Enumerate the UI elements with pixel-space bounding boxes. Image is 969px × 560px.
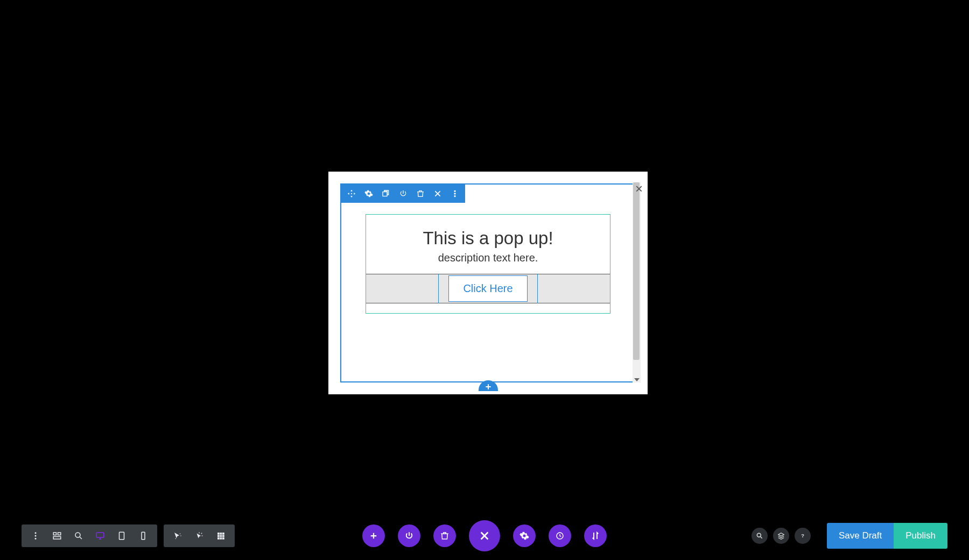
- tablet-view-icon[interactable]: [111, 527, 132, 545]
- svg-point-26: [757, 533, 761, 537]
- bottom-bar-center: [362, 520, 607, 551]
- svg-rect-16: [217, 533, 220, 535]
- row-outline[interactable]: This is a pop up! description text here.…: [366, 214, 610, 314]
- more-vertical-icon[interactable]: [450, 189, 460, 199]
- more-vertical-icon[interactable]: [25, 527, 46, 545]
- svg-rect-12: [142, 532, 145, 540]
- button-module[interactable]: Click Here: [366, 274, 610, 303]
- svg-point-5: [35, 538, 37, 540]
- gear-icon[interactable]: [364, 189, 374, 199]
- section-toolbar: [341, 185, 465, 203]
- popup-heading[interactable]: This is a pop up!: [366, 228, 610, 249]
- save-draft-button[interactable]: Save Draft: [827, 523, 894, 549]
- popup-scrollbar[interactable]: [633, 182, 641, 382]
- svg-rect-17: [220, 533, 222, 535]
- grid-tool-icon[interactable]: [210, 527, 231, 545]
- svg-point-9: [75, 533, 80, 537]
- svg-rect-11: [120, 532, 124, 540]
- svg-rect-21: [222, 535, 224, 537]
- trash-icon[interactable]: [416, 189, 425, 199]
- add-button[interactable]: [362, 524, 385, 547]
- popup-close-button[interactable]: ×: [635, 181, 643, 196]
- svg-point-0: [454, 190, 456, 192]
- trash-button[interactable]: [433, 524, 456, 547]
- popup-window: This is a pop up! description text here.…: [328, 172, 648, 394]
- svg-rect-10: [96, 533, 104, 537]
- bottom-bar-left: [22, 524, 235, 547]
- interaction-tools-group: [164, 524, 235, 547]
- svg-rect-23: [220, 537, 222, 540]
- svg-point-13: [180, 534, 181, 535]
- close-icon[interactable]: [433, 189, 443, 199]
- bottom-toolbar: ? Save Draft Publish: [0, 521, 969, 550]
- click-tool-icon[interactable]: [188, 527, 210, 545]
- zoom-icon[interactable]: [68, 527, 89, 545]
- view-tools-group: [22, 524, 157, 547]
- svg-rect-19: [217, 535, 220, 537]
- svg-point-4: [35, 535, 37, 537]
- svg-point-3: [35, 532, 37, 534]
- power-icon[interactable]: [398, 189, 408, 199]
- svg-rect-6: [53, 533, 56, 535]
- svg-point-1: [454, 193, 456, 195]
- power-button[interactable]: [398, 524, 420, 547]
- popup-description[interactable]: description text here.: [366, 252, 610, 264]
- hover-tool-icon[interactable]: [167, 527, 188, 545]
- svg-rect-22: [217, 537, 220, 540]
- svg-rect-8: [53, 537, 61, 540]
- svg-point-15: [175, 538, 177, 540]
- help-icon[interactable]: ?: [795, 528, 811, 544]
- phone-view-icon[interactable]: [132, 527, 154, 545]
- duplicate-icon[interactable]: [381, 189, 391, 199]
- svg-text:?: ?: [801, 533, 804, 538]
- svg-rect-24: [222, 537, 224, 540]
- bottom-bar-right: ? Save Draft Publish: [752, 523, 947, 549]
- add-section-button[interactable]: [479, 380, 498, 391]
- popup-cta-button[interactable]: Click Here: [448, 275, 527, 302]
- history-button[interactable]: [549, 524, 571, 547]
- sort-button[interactable]: [584, 524, 607, 547]
- svg-point-14: [180, 535, 181, 536]
- svg-rect-18: [222, 533, 224, 535]
- desktop-view-icon[interactable]: [89, 527, 111, 545]
- scrollbar-arrow-down-icon[interactable]: [634, 378, 640, 381]
- move-icon[interactable]: [347, 189, 356, 199]
- publish-button[interactable]: Publish: [894, 523, 947, 549]
- svg-rect-7: [58, 533, 61, 535]
- settings-button[interactable]: [513, 524, 536, 547]
- action-buttons: Save Draft Publish: [827, 523, 947, 549]
- layers-icon[interactable]: [773, 528, 789, 544]
- section-outline[interactable]: This is a pop up! description text here.…: [340, 183, 636, 382]
- search-icon[interactable]: [752, 528, 768, 544]
- svg-rect-20: [220, 535, 222, 537]
- scrollbar-thumb[interactable]: [633, 182, 640, 360]
- wireframe-view-icon[interactable]: [46, 527, 68, 545]
- close-builder-button[interactable]: [469, 520, 500, 551]
- svg-point-2: [454, 195, 456, 197]
